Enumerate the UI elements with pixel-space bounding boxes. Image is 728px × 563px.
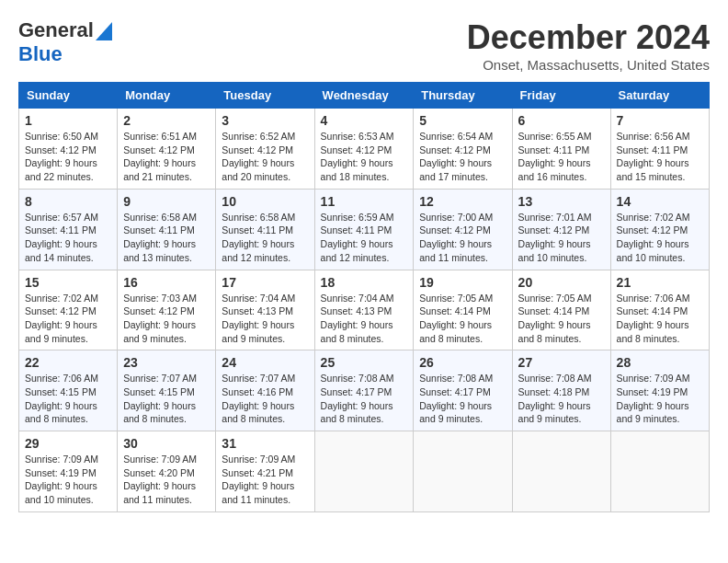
- sunrise-text: Sunrise: 7:03 AM: [123, 292, 210, 305]
- sunrise-text: Sunrise: 7:01 AM: [518, 211, 605, 224]
- svg-marker-0: [96, 22, 112, 40]
- calendar-cell: 14Sunrise: 7:02 AMSunset: 4:12 PMDayligh…: [610, 189, 709, 270]
- calendar-cell: 3Sunrise: 6:52 AMSunset: 4:12 PMDaylight…: [216, 109, 314, 190]
- calendar-week-row: 22Sunrise: 7:06 AMSunset: 4:15 PMDayligh…: [19, 350, 710, 431]
- daylight-text: Daylight: 9 hours and 17 minutes.: [419, 156, 506, 183]
- day-number: 28: [617, 355, 703, 370]
- day-number: 27: [518, 355, 605, 370]
- logo-text: General: [18, 18, 94, 42]
- calendar-cell: 5Sunrise: 6:54 AMSunset: 4:12 PMDaylight…: [414, 109, 512, 190]
- sunrise-text: Sunrise: 7:08 AM: [518, 372, 605, 385]
- day-number: 17: [222, 275, 308, 290]
- day-number: 12: [419, 194, 506, 209]
- calendar-week-row: 15Sunrise: 7:02 AMSunset: 4:12 PMDayligh…: [19, 270, 710, 350]
- daylight-text: Daylight: 9 hours and 11 minutes.: [419, 237, 506, 264]
- daylight-text: Daylight: 9 hours and 8 minutes.: [518, 318, 605, 345]
- calendar-cell: 25Sunrise: 7:08 AMSunset: 4:17 PMDayligh…: [314, 350, 414, 431]
- day-number: 8: [25, 194, 111, 209]
- weekday-header-tuesday: Tuesday: [216, 83, 314, 109]
- sunrise-text: Sunrise: 6:52 AM: [222, 130, 308, 144]
- day-info: Sunrise: 7:09 AMSunset: 4:19 PMDaylight:…: [617, 372, 703, 426]
- sunset-text: Sunset: 4:21 PM: [222, 466, 308, 480]
- sunset-text: Sunset: 4:11 PM: [222, 224, 308, 237]
- sunset-text: Sunset: 4:12 PM: [25, 144, 111, 157]
- day-info: Sunrise: 7:06 AMSunset: 4:15 PMDaylight:…: [25, 372, 111, 426]
- sunrise-text: Sunrise: 7:02 AM: [25, 292, 111, 305]
- calendar-cell: 12Sunrise: 7:00 AMSunset: 4:12 PMDayligh…: [414, 189, 512, 270]
- sunrise-text: Sunrise: 6:59 AM: [321, 211, 408, 224]
- daylight-text: Daylight: 9 hours and 13 minutes.: [123, 237, 210, 264]
- day-info: Sunrise: 6:51 AMSunset: 4:12 PMDaylight:…: [123, 130, 210, 184]
- sunset-text: Sunset: 4:16 PM: [222, 385, 308, 399]
- sunset-text: Sunset: 4:14 PM: [617, 304, 703, 318]
- calendar-cell: 31Sunrise: 7:09 AMSunset: 4:21 PMDayligh…: [216, 431, 314, 512]
- sunset-text: Sunset: 4:19 PM: [617, 385, 703, 399]
- day-number: 31: [222, 436, 308, 451]
- sunrise-text: Sunrise: 6:56 AM: [617, 130, 703, 144]
- calendar-cell: 30Sunrise: 7:09 AMSunset: 4:20 PMDayligh…: [118, 431, 216, 512]
- sunset-text: Sunset: 4:12 PM: [617, 224, 703, 237]
- sunrise-text: Sunrise: 7:09 AM: [123, 453, 210, 466]
- sunset-text: Sunset: 4:15 PM: [25, 385, 111, 399]
- weekday-header-monday: Monday: [118, 83, 216, 109]
- sunrise-text: Sunrise: 7:05 AM: [518, 292, 605, 305]
- daylight-text: Daylight: 9 hours and 8 minutes.: [321, 399, 408, 426]
- sunrise-text: Sunrise: 7:08 AM: [419, 372, 506, 385]
- weekday-header-friday: Friday: [512, 83, 610, 109]
- sunrise-text: Sunrise: 7:00 AM: [419, 211, 506, 224]
- day-info: Sunrise: 7:07 AMSunset: 4:16 PMDaylight:…: [222, 372, 308, 426]
- day-number: 24: [222, 355, 308, 370]
- day-info: Sunrise: 6:58 AMSunset: 4:11 PMDaylight:…: [123, 211, 210, 265]
- sunrise-text: Sunrise: 7:08 AM: [321, 372, 408, 385]
- daylight-text: Daylight: 9 hours and 15 minutes.: [617, 156, 703, 183]
- day-info: Sunrise: 6:54 AMSunset: 4:12 PMDaylight:…: [419, 130, 506, 184]
- sunset-text: Sunset: 4:14 PM: [419, 304, 506, 318]
- day-number: 15: [25, 275, 111, 290]
- calendar-cell: [512, 431, 610, 512]
- daylight-text: Daylight: 9 hours and 9 minutes.: [419, 399, 506, 426]
- sunset-text: Sunset: 4:12 PM: [419, 144, 506, 157]
- day-number: 10: [222, 194, 308, 209]
- day-info: Sunrise: 6:58 AMSunset: 4:11 PMDaylight:…: [222, 211, 308, 265]
- month-title: December 2024: [467, 18, 710, 57]
- calendar-cell: 21Sunrise: 7:06 AMSunset: 4:14 PMDayligh…: [610, 270, 709, 350]
- day-info: Sunrise: 7:05 AMSunset: 4:14 PMDaylight:…: [419, 292, 506, 346]
- sunrise-text: Sunrise: 6:53 AM: [321, 130, 408, 144]
- day-info: Sunrise: 7:09 AMSunset: 4:21 PMDaylight:…: [222, 453, 308, 507]
- sunrise-text: Sunrise: 6:58 AM: [123, 211, 210, 224]
- daylight-text: Daylight: 9 hours and 12 minutes.: [321, 237, 408, 264]
- day-info: Sunrise: 7:08 AMSunset: 4:17 PMDaylight:…: [321, 372, 408, 426]
- calendar-cell: 16Sunrise: 7:03 AMSunset: 4:12 PMDayligh…: [118, 270, 216, 350]
- daylight-text: Daylight: 9 hours and 18 minutes.: [321, 156, 408, 183]
- calendar-cell: [414, 431, 512, 512]
- daylight-text: Daylight: 9 hours and 14 minutes.: [25, 237, 111, 264]
- sunrise-text: Sunrise: 7:04 AM: [222, 292, 308, 305]
- calendar-cell: 11Sunrise: 6:59 AMSunset: 4:11 PMDayligh…: [314, 189, 414, 270]
- sunrise-text: Sunrise: 7:09 AM: [617, 372, 703, 385]
- sunrise-text: Sunrise: 7:06 AM: [617, 292, 703, 305]
- title-area: December 2024 Onset, Massachusetts, Unit…: [467, 18, 710, 73]
- daylight-text: Daylight: 9 hours and 11 minutes.: [123, 479, 210, 506]
- day-number: 29: [25, 436, 111, 451]
- sunset-text: Sunset: 4:11 PM: [518, 144, 605, 157]
- calendar-cell: 22Sunrise: 7:06 AMSunset: 4:15 PMDayligh…: [19, 350, 118, 431]
- sunrise-text: Sunrise: 6:50 AM: [25, 130, 111, 144]
- sunrise-text: Sunrise: 7:04 AM: [321, 292, 408, 305]
- day-info: Sunrise: 7:00 AMSunset: 4:12 PMDaylight:…: [419, 211, 506, 265]
- sunset-text: Sunset: 4:15 PM: [123, 385, 210, 399]
- sunset-text: Sunset: 4:11 PM: [617, 144, 703, 157]
- sunset-text: Sunset: 4:11 PM: [321, 224, 408, 237]
- sunset-text: Sunset: 4:18 PM: [518, 385, 605, 399]
- sunset-text: Sunset: 4:13 PM: [222, 304, 308, 318]
- daylight-text: Daylight: 9 hours and 11 minutes.: [222, 479, 308, 506]
- daylight-text: Daylight: 9 hours and 9 minutes.: [518, 399, 605, 426]
- day-number: 14: [617, 194, 703, 209]
- daylight-text: Daylight: 9 hours and 8 minutes.: [419, 318, 506, 345]
- sunset-text: Sunset: 4:12 PM: [222, 144, 308, 157]
- day-number: 20: [518, 275, 605, 290]
- calendar-cell: 20Sunrise: 7:05 AMSunset: 4:14 PMDayligh…: [512, 270, 610, 350]
- calendar-cell: 17Sunrise: 7:04 AMSunset: 4:13 PMDayligh…: [216, 270, 314, 350]
- daylight-text: Daylight: 9 hours and 10 minutes.: [25, 479, 111, 506]
- day-number: 2: [123, 113, 210, 128]
- calendar-cell: 1Sunrise: 6:50 AMSunset: 4:12 PMDaylight…: [19, 109, 118, 190]
